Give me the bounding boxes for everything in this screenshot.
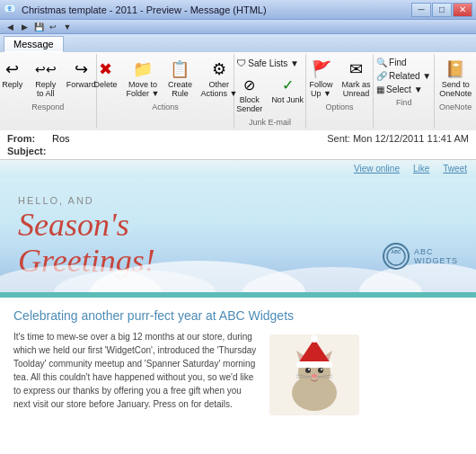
send-to-onenote-button[interactable]: 📔 Send toOneNote bbox=[436, 56, 475, 101]
related-icon: 🔗 bbox=[376, 71, 387, 81]
email-top-bar: View online Like Tweet bbox=[0, 160, 476, 177]
onenote-group-label: OneNote bbox=[439, 102, 472, 111]
greeting-hello: HELLO, AND bbox=[18, 195, 458, 206]
content-title: Celebrating another purr-fect year at AB… bbox=[13, 308, 463, 323]
block-sender-icon: ⊘ bbox=[239, 74, 260, 95]
actions-group-label: Actions bbox=[152, 102, 179, 111]
follow-up-button[interactable]: 🚩 FollowUp ▼ bbox=[305, 56, 338, 101]
mark-unread-button[interactable]: ✉ Mark asUnread bbox=[339, 56, 375, 101]
content-body: It's time to mew-se over a big 12 months… bbox=[13, 330, 260, 415]
not-junk-button[interactable]: ✓ Not Junk bbox=[268, 71, 307, 116]
junk-group-label: Junk E-mail bbox=[249, 118, 291, 127]
options-group-label: Options bbox=[325, 102, 353, 111]
kitten-image bbox=[269, 334, 359, 415]
select-button[interactable]: ▦ Select ▼ bbox=[373, 83, 435, 96]
maximize-button[interactable]: □ bbox=[432, 3, 452, 17]
logo-text-label: ABCWIDGETS bbox=[414, 247, 458, 265]
from-label: From: bbox=[7, 133, 52, 144]
logo-ring-icon: ABC bbox=[385, 245, 407, 267]
move-to-folder-button[interactable]: 📁 Move toFolder ▼ bbox=[122, 56, 163, 101]
qa-forward-button[interactable]: ▶ bbox=[18, 21, 31, 33]
ribbon-group-respond: ↩ Reply ↩↩ Replyto All ↪ Forward Respond bbox=[0, 54, 97, 129]
tab-message[interactable]: Message bbox=[4, 36, 64, 52]
svg-point-16 bbox=[311, 335, 318, 343]
sent-value: Mon 12/12/2011 11:41 AM bbox=[353, 133, 469, 144]
actions-buttons: ✖ Delete 📁 Move toFolder ▼ 📋 CreateRule … bbox=[89, 56, 241, 101]
other-actions-icon: ⚙ bbox=[208, 58, 230, 80]
ribbon: ↩ Reply ↩↩ Replyto All ↪ Forward Respond… bbox=[0, 52, 476, 130]
onenote-icon: 📔 bbox=[445, 58, 466, 80]
svg-point-17 bbox=[305, 368, 311, 373]
svg-point-20 bbox=[321, 369, 322, 370]
ribbon-group-actions: ✖ Delete 📁 Move toFolder ▼ 📋 CreateRule … bbox=[97, 54, 235, 129]
svg-point-21 bbox=[312, 374, 317, 378]
christmas-header: HELLO, AND Season's Greetings! ABC ABCWI… bbox=[0, 177, 476, 292]
ribbon-group-options: 🚩 FollowUp ▼ ✉ Mark asUnread Options bbox=[306, 54, 374, 129]
content-with-image: It's time to mew-se over a big 12 months… bbox=[13, 330, 463, 415]
qa-back-button[interactable]: ◀ bbox=[4, 21, 16, 33]
email-header: From: Ros Sent: Mon 12/12/2011 11:41 AM … bbox=[0, 130, 476, 160]
minimize-button[interactable]: ─ bbox=[411, 3, 431, 17]
respond-group-label: Respond bbox=[31, 102, 64, 111]
from-value: Ros bbox=[52, 133, 327, 144]
safe-lists-button[interactable]: 🛡 Safe Lists ▼ bbox=[233, 56, 307, 70]
subject-value bbox=[52, 146, 469, 156]
delete-button[interactable]: ✖ Delete bbox=[89, 56, 121, 92]
qa-save-button[interactable]: 💾 bbox=[32, 21, 45, 33]
close-button[interactable]: ✕ bbox=[453, 3, 472, 17]
svg-text:ABC: ABC bbox=[392, 249, 401, 254]
kitten-santa-svg bbox=[269, 334, 359, 415]
svg-rect-15 bbox=[296, 361, 332, 368]
tweet-link[interactable]: Tweet bbox=[443, 164, 467, 174]
find-button[interactable]: 🔍 Find bbox=[373, 56, 435, 69]
respond-buttons: ↩ Reply ↩↩ Replyto All ↪ Forward bbox=[0, 56, 100, 101]
like-link[interactable]: Like bbox=[413, 164, 429, 174]
ribbon-group-find: 🔍 Find 🔗 Related ▼ ▦ Select ▼ Find bbox=[374, 54, 435, 129]
view-online-link[interactable]: View online bbox=[354, 164, 400, 174]
move-folder-icon: 📁 bbox=[132, 58, 154, 80]
reply-all-icon: ↩↩ bbox=[35, 58, 57, 80]
quick-access-toolbar: ◀ ▶ 💾 ↩ ▼ bbox=[0, 20, 476, 34]
window-controls: ─ □ ✕ bbox=[411, 3, 472, 17]
qa-undo-button[interactable]: ↩ bbox=[47, 21, 59, 33]
email-content: View online Like Tweet HELLO, AND Season… bbox=[0, 160, 476, 426]
reply-all-button[interactable]: ↩↩ Replyto All bbox=[30, 56, 62, 101]
app-icon: 📧 bbox=[4, 3, 18, 17]
svg-point-19 bbox=[308, 369, 310, 370]
find-group-label: Find bbox=[396, 98, 412, 107]
ribbon-tab-bar: Message bbox=[0, 34, 476, 52]
logo-circle: ABC bbox=[383, 243, 410, 270]
subject-label: Subject: bbox=[7, 146, 52, 156]
junk-buttons: 🛡 Safe Lists ▼ ⊘ BlockSender ✓ Not Junk bbox=[233, 56, 307, 116]
options-buttons: 🚩 FollowUp ▼ ✉ Mark asUnread bbox=[305, 56, 375, 101]
select-icon: ▦ bbox=[376, 85, 384, 94]
follow-up-icon: 🚩 bbox=[311, 58, 332, 80]
onenote-buttons: 📔 Send toOneNote bbox=[436, 56, 475, 101]
reply-button[interactable]: ↩ Reply bbox=[0, 56, 29, 92]
find-icon: 🔍 bbox=[376, 58, 387, 67]
find-buttons: 🔍 Find 🔗 Related ▼ ▦ Select ▼ bbox=[373, 56, 435, 96]
block-sender-button[interactable]: ⊘ BlockSender bbox=[233, 71, 266, 116]
delete-icon: ✖ bbox=[94, 58, 116, 80]
not-junk-icon: ✓ bbox=[277, 74, 298, 95]
svg-point-18 bbox=[318, 368, 323, 373]
greeting-line1: Season's bbox=[18, 207, 129, 243]
ribbon-group-onenote: 📔 Send toOneNote OneNote bbox=[435, 54, 476, 129]
safe-lists-icon: 🛡 bbox=[236, 58, 246, 68]
sent-label: Sent: bbox=[327, 133, 353, 144]
email-main-content: Celebrating another purr-fect year at AB… bbox=[0, 298, 476, 426]
reply-icon: ↩ bbox=[2, 58, 23, 80]
subject-row: Subject: bbox=[7, 145, 469, 157]
title-bar: 📧 Christmas template - 2011 - Preview - … bbox=[0, 0, 476, 20]
from-row: From: Ros Sent: Mon 12/12/2011 11:41 AM bbox=[7, 132, 469, 145]
qa-dropdown-button[interactable]: ▼ bbox=[61, 21, 74, 33]
related-button[interactable]: 🔗 Related ▼ bbox=[373, 69, 435, 83]
create-rule-icon: 📋 bbox=[169, 58, 190, 80]
email-body[interactable]: View online Like Tweet HELLO, AND Season… bbox=[0, 160, 476, 454]
mark-unread-icon: ✉ bbox=[346, 58, 367, 80]
window-title: Christmas template - 2011 - Preview - Me… bbox=[22, 4, 411, 15]
ribbon-group-junk: 🛡 Safe Lists ▼ ⊘ BlockSender ✓ Not Junk … bbox=[234, 54, 306, 129]
create-rule-button[interactable]: 📋 CreateRule bbox=[163, 56, 196, 101]
abc-widgets-logo: ABC ABCWIDGETS bbox=[383, 243, 458, 270]
